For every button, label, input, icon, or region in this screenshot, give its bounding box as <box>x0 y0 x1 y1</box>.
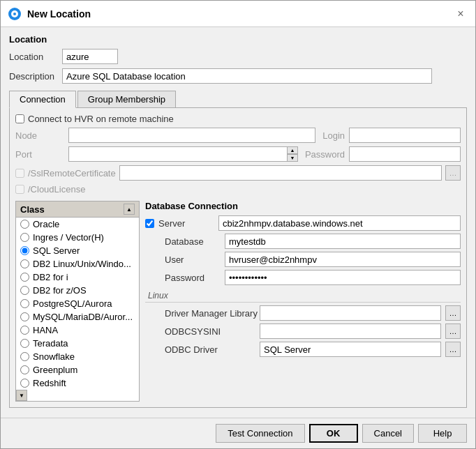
port-label: Port <box>15 149 64 160</box>
class-item-db2z[interactable]: DB2 for z/OS <box>16 284 139 297</box>
tab-connection[interactable]: Connection <box>9 91 76 108</box>
password-top-label: Password <box>305 149 345 160</box>
port-down-btn: ▼ <box>287 154 298 162</box>
tabs: Connection Group Membership <box>9 91 467 108</box>
class-item-oracle[interactable]: Oracle <box>16 218 139 231</box>
class-scroll-up[interactable]: ▲ <box>124 204 135 215</box>
driver-manager-row: Driver Manager Library … <box>145 305 461 321</box>
ok-button[interactable]: OK <box>309 424 358 443</box>
footer: Test Connection OK Cancel Help <box>1 418 475 448</box>
class-label-ingres: Ingres / Vector(H) <box>33 232 104 243</box>
class-radio-postgres[interactable] <box>20 299 29 308</box>
class-label-mysql: MySQL/MariaDB/Auror... <box>33 312 133 322</box>
class-label-oracle: Oracle <box>33 219 59 229</box>
class-header-label: Class <box>20 204 45 215</box>
class-label-teradata: Teradata <box>33 338 68 349</box>
help-button[interactable]: Help <box>418 424 467 443</box>
class-list-scroll[interactable]: Oracle Ingres / Vector(H) SQL Server <box>16 218 139 390</box>
description-label: Description <box>9 71 58 82</box>
location-label: Location <box>9 52 58 62</box>
driver-manager-label: Driver Manager Library <box>165 308 255 319</box>
port-password-row: Port ▲ ▼ Password <box>15 146 461 162</box>
database-row: Database <box>145 234 461 249</box>
cloud-license-row: /CloudLicense <box>15 184 461 195</box>
database-input[interactable] <box>225 234 461 249</box>
node-login-row: Node Login <box>15 128 461 143</box>
odbc-driver-browse-btn[interactable]: … <box>445 342 461 357</box>
class-label-sqlserver: SQL Server <box>33 245 80 256</box>
server-label: Server <box>158 218 214 229</box>
node-label: Node <box>15 130 64 141</box>
class-radio-greenplum[interactable] <box>20 365 29 374</box>
class-item-snowflake[interactable]: Snowflake <box>16 350 139 363</box>
remote-checkbox[interactable] <box>15 114 24 123</box>
server-checkbox[interactable] <box>145 219 154 228</box>
password-input[interactable] <box>225 270 461 285</box>
title-bar: New Location × <box>1 1 475 27</box>
description-row: Description <box>9 68 467 84</box>
port-input <box>68 146 298 162</box>
user-input[interactable] <box>225 252 461 267</box>
driver-manager-input[interactable] <box>260 305 441 321</box>
main-area: Class ▲ Oracle Ingres / Vector(H) <box>15 201 461 402</box>
driver-manager-browse-btn[interactable]: … <box>445 305 461 321</box>
tab-group-membership[interactable]: Group Membership <box>77 91 176 107</box>
class-item-db2linux[interactable]: DB2 Linux/Unix/Windo... <box>16 257 139 271</box>
linux-section-label: Linux <box>145 291 461 303</box>
class-radio-sqlserver[interactable] <box>20 246 29 255</box>
ssl-label: /SslRemoteCertificate <box>28 168 116 178</box>
ssl-browse-btn: … <box>445 165 461 181</box>
svg-point-2 <box>13 13 16 15</box>
class-radio-mysql[interactable] <box>20 312 29 321</box>
title-bar-left: New Location <box>8 7 91 21</box>
class-label-snowflake: Snowflake <box>33 351 75 362</box>
cancel-button[interactable]: Cancel <box>362 424 414 443</box>
class-item-teradata[interactable]: Teradata <box>16 337 139 350</box>
ssl-input <box>119 165 442 181</box>
class-label-db2i: DB2 for i <box>33 272 68 282</box>
odbcsysini-label: ODBCSYSINI <box>165 326 255 337</box>
odbc-driver-input[interactable] <box>260 342 441 357</box>
class-item-sqlserver[interactable]: SQL Server <box>16 244 139 257</box>
cloud-license-label: /CloudLicense <box>28 184 85 195</box>
node-input <box>68 128 315 143</box>
class-radio-oracle[interactable] <box>20 220 29 229</box>
location-input[interactable] <box>62 49 118 64</box>
class-radio-teradata[interactable] <box>20 339 29 348</box>
class-item-greenplum[interactable]: Greenplum <box>16 363 139 376</box>
db-connection-header: Database Connection <box>145 201 461 211</box>
class-item-db2i[interactable]: DB2 for i <box>16 271 139 284</box>
odbcsysini-input[interactable] <box>260 324 441 339</box>
odbcsysini-browse-btn[interactable]: … <box>445 324 461 339</box>
class-item-hana[interactable]: HANA <box>16 324 139 337</box>
test-connection-button[interactable]: Test Connection <box>216 424 304 443</box>
class-radio-snowflake[interactable] <box>20 352 29 361</box>
class-item-redshift[interactable]: Redshift <box>16 376 139 390</box>
password-row: Password <box>145 270 461 285</box>
class-radio-hana[interactable] <box>20 326 29 335</box>
description-input[interactable] <box>62 68 432 84</box>
user-label: User <box>165 254 221 265</box>
remote-checkbox-label: Connect to HVR on remote machine <box>28 114 174 124</box>
server-row: Server <box>145 215 461 231</box>
ssl-checkbox <box>15 169 24 178</box>
remote-checkbox-row: Connect to HVR on remote machine <box>15 114 461 124</box>
class-item-ingres[interactable]: Ingres / Vector(H) <box>16 231 139 244</box>
class-radio-db2i[interactable] <box>20 273 29 282</box>
class-item-mysql[interactable]: MySQL/MariaDB/Auror... <box>16 310 139 324</box>
class-radio-db2linux[interactable] <box>20 259 29 268</box>
close-button[interactable]: × <box>453 6 468 22</box>
ssl-row: /SslRemoteCertificate … <box>15 165 461 181</box>
port-spinner: ▲ ▼ <box>287 146 298 162</box>
class-item-postgres[interactable]: PostgreSQL/Aurora <box>16 297 139 310</box>
dialog-body: Location Location Description Connection… <box>1 27 475 418</box>
server-input[interactable] <box>218 215 461 231</box>
class-radio-redshift[interactable] <box>20 379 29 388</box>
class-list-header: Class ▲ <box>16 201 139 218</box>
class-radio-ingres[interactable] <box>20 233 29 242</box>
odbc-driver-label: ODBC Driver <box>165 344 255 355</box>
class-label-hana: HANA <box>33 325 58 335</box>
class-radio-db2z[interactable] <box>20 286 29 295</box>
dialog-title: New Location <box>27 8 91 20</box>
class-scroll-down[interactable]: ▼ <box>16 390 27 401</box>
